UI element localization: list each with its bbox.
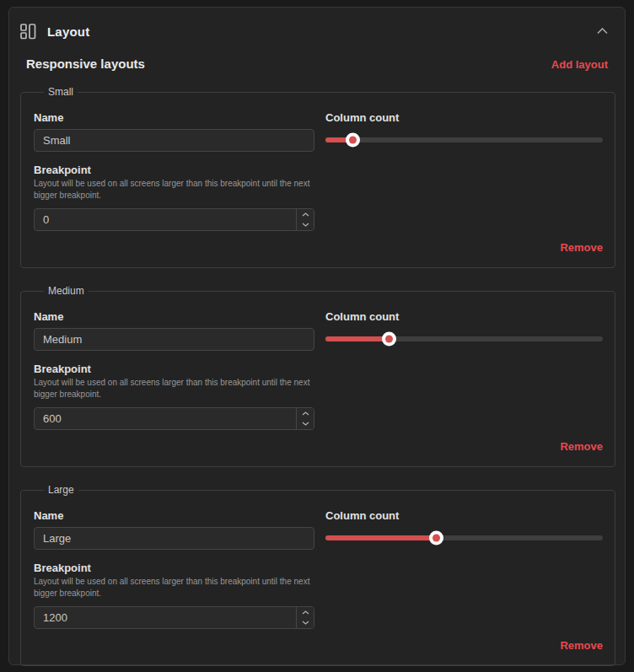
breakpoint-label: Breakpoint <box>34 562 314 574</box>
name-input[interactable] <box>34 129 314 152</box>
slider-thumb[interactable] <box>382 332 396 347</box>
collapse-button[interactable] <box>595 26 610 36</box>
name-label: Name <box>34 310 314 323</box>
spinner-up-button[interactable] <box>297 209 314 220</box>
remove-button[interactable]: Remove <box>560 440 603 453</box>
breakpoint-spinner <box>296 408 314 429</box>
chevron-up-icon <box>597 28 608 35</box>
name-label: Name <box>34 111 314 124</box>
breakpoint-help: Layout will be used on all screens large… <box>34 377 312 401</box>
column-count-label: Column count <box>325 509 603 522</box>
column-count-label: Column count <box>325 310 603 323</box>
breakpoint-input[interactable] <box>35 607 296 628</box>
layout-fieldset-small: Small Name Breakpoint Layout will be use… <box>20 86 615 268</box>
breakpoint-number-input <box>34 407 314 430</box>
responsive-layouts-section-header: Responsive layouts Add layout <box>26 56 608 71</box>
panel-header: Layout <box>9 8 625 43</box>
layout-fieldset-medium: Medium Name Breakpoint Layout will be us… <box>20 285 615 467</box>
column-count-slider[interactable] <box>325 137 603 142</box>
responsive-layouts-heading: Responsive layouts <box>26 56 145 71</box>
add-layout-button[interactable]: Add layout <box>551 58 608 71</box>
slider-thumb[interactable] <box>346 133 360 148</box>
column-count-slider[interactable] <box>325 336 603 341</box>
breakpoint-number-input <box>34 208 314 231</box>
breakpoint-label: Breakpoint <box>34 363 314 375</box>
spinner-up-button[interactable] <box>297 408 314 419</box>
breakpoint-spinner <box>296 607 314 628</box>
name-input[interactable] <box>34 328 314 351</box>
layout-fieldset-large: Large Name Breakpoint Layout will be use… <box>20 484 615 666</box>
column-count-label: Column count <box>325 111 603 124</box>
spinner-down-button[interactable] <box>297 618 314 629</box>
breakpoint-help: Layout will be used on all screens large… <box>34 576 312 599</box>
slider-thumb[interactable] <box>429 531 443 546</box>
spinner-down-button[interactable] <box>297 220 314 231</box>
spinner-up-button[interactable] <box>297 607 314 618</box>
name-input[interactable] <box>34 527 314 550</box>
spinner-down-button[interactable] <box>297 419 314 430</box>
slider-fill <box>325 535 437 540</box>
layout-legend: Small <box>44 86 78 98</box>
layout-legend: Large <box>44 484 78 496</box>
breakpoint-spinner <box>296 209 314 230</box>
column-count-slider[interactable] <box>325 535 603 540</box>
layout-panel: Layout Responsive layouts Add layout Sma… <box>8 7 626 665</box>
remove-button[interactable]: Remove <box>560 639 603 652</box>
breakpoint-help: Layout will be used on all screens large… <box>34 178 312 202</box>
breakpoint-number-input <box>34 606 314 629</box>
breakpoint-label: Breakpoint <box>34 164 314 176</box>
layout-icon <box>19 23 36 40</box>
panel-title: Layout <box>47 24 89 39</box>
breakpoint-input[interactable] <box>35 209 296 230</box>
slider-fill <box>325 137 353 142</box>
slider-fill <box>325 336 390 341</box>
remove-button[interactable]: Remove <box>560 241 603 254</box>
name-label: Name <box>34 509 314 522</box>
layout-legend: Medium <box>44 285 89 297</box>
breakpoint-input[interactable] <box>35 408 296 429</box>
